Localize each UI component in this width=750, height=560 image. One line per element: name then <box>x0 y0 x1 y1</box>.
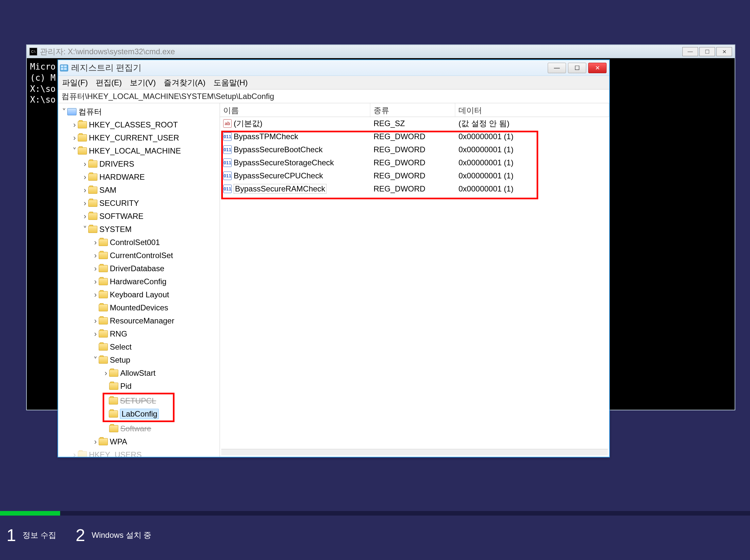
folder-icon <box>78 134 87 141</box>
tree-setup[interactable]: ˅ Setup <box>58 354 220 366</box>
tree-label: SECURITY <box>99 199 139 208</box>
svg-rect-4 <box>64 68 67 70</box>
tree-pid[interactable]: Pid <box>58 380 220 393</box>
tree-labconfig[interactable]: LabConfig <box>104 407 173 420</box>
tree-hkcu[interactable]: › HKEY_CURRENT_USER <box>58 131 220 144</box>
list-row[interactable]: 011 BypassSecureCPUCheck REG_DWORD 0x000… <box>220 169 609 182</box>
folder-icon <box>99 304 108 312</box>
maximize-button[interactable]: ☐ <box>699 47 715 56</box>
column-header-name[interactable]: 이름 <box>220 103 370 117</box>
regedit-listview[interactable]: 이름 종류 데이터 ab (기본값) REG_SZ (값 설정 안 됨) 011… <box>220 103 609 457</box>
chevron-right-icon[interactable]: › <box>92 264 99 273</box>
chevron-right-icon[interactable]: › <box>71 120 78 129</box>
tree-software[interactable]: › SOFTWARE <box>58 210 220 223</box>
tree-label: 컴퓨터 <box>78 106 102 117</box>
chevron-right-icon[interactable]: › <box>103 368 109 378</box>
tree-security[interactable]: › SECURITY <box>58 197 220 210</box>
chevron-down-icon[interactable]: ˅ <box>71 146 78 156</box>
chevron-right-icon[interactable]: › <box>92 316 99 325</box>
tree-label: HKEY_LOCAL_MACHINE <box>89 146 181 156</box>
folder-icon <box>109 383 118 390</box>
menu-file[interactable]: 파일(F) <box>60 76 90 89</box>
value-data: 0x00000001 (1) <box>455 184 609 194</box>
tree-drivers[interactable]: › DRIVERS <box>58 158 220 171</box>
chevron-right-icon[interactable]: › <box>82 212 88 221</box>
regedit-titlebar[interactable]: 레지스트리 편집기 — ☐ ✕ <box>58 60 609 76</box>
horizontal-scrollbar[interactable] <box>221 449 608 456</box>
reg-dword-icon: 011 <box>223 145 232 154</box>
value-data: 0x00000001 (1) <box>455 132 609 141</box>
chevron-right-icon[interactable]: › <box>82 199 88 208</box>
tree-rng[interactable]: › RNG <box>58 327 220 340</box>
chevron-down-icon[interactable]: ˅ <box>82 225 88 234</box>
tree-driverdatabase[interactable]: › DriverDatabase <box>58 262 220 275</box>
list-row[interactable]: 011 BypassSecureBootCheck REG_DWORD 0x00… <box>220 143 609 156</box>
cmd-titlebar[interactable]: C:\ 관리자: X:\windows\system32\cmd.exe — ☐… <box>27 45 735 58</box>
tree-setupcl[interactable]: SETUPCL <box>104 394 173 407</box>
chevron-right-icon[interactable]: › <box>92 277 99 286</box>
chevron-right-icon[interactable]: › <box>71 450 78 457</box>
folder-icon <box>78 121 87 128</box>
tree-label: SYSTEM <box>99 225 132 234</box>
minimize-button[interactable]: — <box>682 47 698 56</box>
tree-allowstart[interactable]: › AllowStart <box>58 366 220 380</box>
chevron-right-icon[interactable]: › <box>82 159 88 168</box>
tree-keyboardlayout[interactable]: › Keyboard Layout <box>58 288 220 301</box>
tree-system[interactable]: ˅ SYSTEM <box>58 223 220 236</box>
chevron-right-icon[interactable]: › <box>92 290 99 299</box>
tree-label: ResourceManager <box>110 316 174 325</box>
column-header-data[interactable]: 데이터 <box>455 103 609 117</box>
tree-select[interactable]: Select <box>58 340 220 354</box>
chevron-right-icon[interactable]: › <box>82 185 88 195</box>
tree-sam[interactable]: › SAM <box>58 184 220 197</box>
chevron-down-icon[interactable]: ˅ <box>61 107 67 116</box>
chevron-right-icon[interactable]: › <box>71 133 78 142</box>
tree-label: Setup <box>110 356 131 365</box>
value-type: REG_DWORD <box>370 132 455 141</box>
value-data: 0x00000001 (1) <box>455 171 609 180</box>
list-row[interactable]: ab (기본값) REG_SZ (값 설정 안 됨) <box>220 117 609 130</box>
tree-hkcr[interactable]: › HKEY_CLASSES_ROOT <box>58 118 220 131</box>
value-data: 0x00000001 (1) <box>455 145 609 154</box>
minimize-button[interactable]: — <box>548 63 566 73</box>
regedit-tree[interactable]: ˅ 컴퓨터 › HKEY_CLASSES_ROOT › HKEY_CURRENT… <box>58 103 220 457</box>
maximize-button[interactable]: ☐ <box>568 63 586 73</box>
tree-controlset001[interactable]: › ControlSet001 <box>58 236 220 249</box>
tree-software2[interactable]: Software <box>58 422 220 435</box>
folder-icon <box>99 278 108 285</box>
cmd-title: 관리자: X:\windows\system32\cmd.exe <box>40 46 680 57</box>
tree-wpa[interactable]: › WPA <box>58 435 220 448</box>
folder-icon <box>99 343 108 351</box>
chevron-right-icon[interactable]: › <box>92 238 99 247</box>
tree-hku[interactable]: › HKEY_USERS <box>58 448 220 457</box>
setup-progressbar <box>0 511 750 516</box>
tree-resourcemanager[interactable]: › ResourceManager <box>58 314 220 327</box>
menu-help[interactable]: 도움말(H) <box>212 76 250 89</box>
close-button[interactable]: ✕ <box>588 63 607 73</box>
tree-currentcontrolset[interactable]: › CurrentControlSet <box>58 249 220 262</box>
chevron-right-icon[interactable]: › <box>92 251 99 260</box>
chevron-right-icon[interactable]: › <box>92 437 99 446</box>
tree-label: Software <box>120 424 151 433</box>
chevron-right-icon[interactable]: › <box>92 329 99 339</box>
list-row[interactable]: 011 BypassSecureStorageCheck REG_DWORD 0… <box>220 156 609 169</box>
menu-edit[interactable]: 편집(E) <box>94 76 124 89</box>
tree-root[interactable]: ˅ 컴퓨터 <box>58 105 220 118</box>
chevron-down-icon[interactable]: ˅ <box>92 356 99 365</box>
chevron-right-icon[interactable]: › <box>82 173 88 182</box>
list-row[interactable]: 011 BypassSecureRAMCheck REG_DWORD 0x000… <box>220 182 609 195</box>
menu-view[interactable]: 보기(V) <box>128 76 158 89</box>
tree-label: RNG <box>110 329 127 339</box>
list-row[interactable]: 011 BypassTPMCheck REG_DWORD 0x00000001 … <box>220 130 609 143</box>
value-type: REG_DWORD <box>370 158 455 167</box>
tree-hardwareconfig[interactable]: › HardwareConfig <box>58 275 220 288</box>
menu-favorites[interactable]: 즐겨찾기(A) <box>162 76 208 89</box>
tree-hardware[interactable]: › HARDWARE <box>58 171 220 184</box>
column-header-type[interactable]: 종류 <box>370 103 455 117</box>
close-button[interactable]: ✕ <box>716 47 732 56</box>
tree-hklm[interactable]: ˅ HKEY_LOCAL_MACHINE <box>58 144 220 158</box>
tree-mounteddevices[interactable]: MountedDevices <box>58 301 220 314</box>
folder-icon <box>99 291 108 298</box>
regedit-addressbar[interactable]: 컴퓨터\HKEY_LOCAL_MACHINE\SYSTEM\Setup\LabC… <box>58 89 609 103</box>
computer-icon <box>67 108 77 115</box>
